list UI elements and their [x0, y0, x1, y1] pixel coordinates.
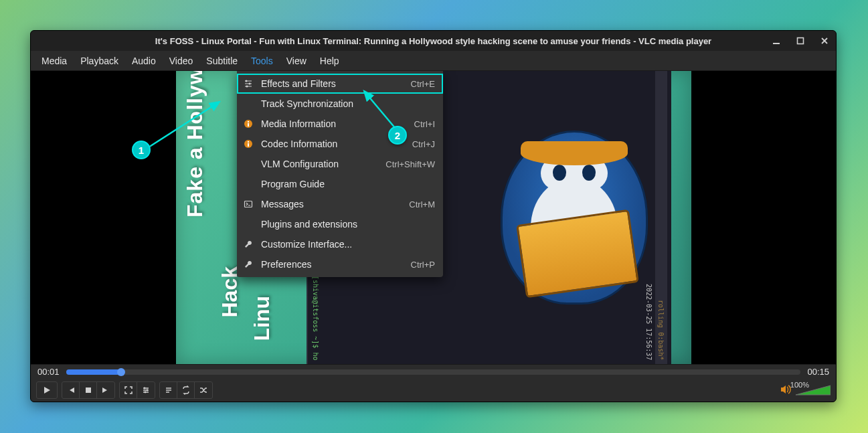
tools-menu-item-program-guide[interactable]: Program Guide — [237, 174, 443, 194]
menu-item-help[interactable]: Help — [313, 52, 346, 70]
vlc-window: It's FOSS - Linux Portal - Fun with Linu… — [30, 30, 837, 402]
close-button[interactable] — [817, 33, 832, 48]
svg-rect-1 — [798, 38, 804, 44]
svg-point-15 — [144, 387, 146, 389]
svg-rect-0 — [773, 43, 780, 44]
menu-item-label: Customize Interface... — [261, 239, 428, 250]
menu-item-shortcut: Ctrl+P — [411, 260, 435, 270]
terminal-icon — [242, 198, 254, 210]
tools-menu-item-customize-interface[interactable]: Customize Interface... — [237, 234, 443, 254]
tools-menu-item-messages[interactable]: MessagesCtrl+M — [237, 194, 443, 214]
next-button[interactable] — [97, 382, 114, 398]
svg-rect-10 — [248, 141, 249, 143]
blank-icon — [242, 218, 254, 230]
annotation-badge-2: 2 — [388, 126, 407, 145]
blank-icon — [242, 178, 254, 190]
menu-item-shortcut: Ctrl+Shift+W — [385, 159, 435, 169]
annotation-badge-1: 1 — [132, 141, 151, 159]
info-icon — [242, 138, 254, 150]
seek-row: 00:01 00:15 — [31, 364, 836, 379]
menu-item-label: Program Guide — [261, 179, 428, 189]
svg-point-3 — [249, 83, 251, 85]
controls-row: 100% — [31, 379, 836, 402]
tools-menu-item-vlm-configuration[interactable]: VLM ConfigurationCtrl+Shift+W — [237, 154, 443, 174]
loop-button[interactable] — [177, 382, 195, 398]
menu-item-label: Plugins and extensions — [261, 219, 428, 230]
video-overlay-text-3: Linu — [249, 296, 274, 341]
terminal-prompt-text: [shiva@itsfoss ~]$ ho — [312, 276, 319, 360]
previous-button[interactable] — [62, 382, 80, 398]
menu-item-tools[interactable]: Tools — [244, 52, 280, 70]
extended-settings-button[interactable] — [137, 382, 155, 398]
volume-area: 100% — [757, 384, 831, 396]
mascot-graphic — [487, 117, 661, 318]
tools-menu-item-plugins-and-extensions[interactable]: Plugins and extensions — [237, 214, 443, 234]
svg-rect-14 — [86, 387, 91, 393]
stop-button[interactable] — [80, 382, 97, 398]
total-time: 00:15 — [807, 367, 829, 377]
menu-item-label: Preferences — [261, 259, 404, 270]
info-icon — [242, 118, 254, 130]
svg-rect-7 — [248, 121, 249, 122]
menu-item-shortcut: Ctrl+M — [409, 199, 435, 209]
sliders-icon — [242, 78, 254, 90]
svg-rect-11 — [245, 201, 252, 207]
svg-point-17 — [145, 392, 147, 394]
seek-fill — [66, 369, 121, 375]
blank-icon — [242, 98, 254, 110]
svg-line-12 — [149, 102, 220, 147]
svg-rect-9 — [248, 143, 249, 147]
play-button[interactable] — [37, 382, 57, 398]
playlist-button[interactable] — [160, 382, 177, 398]
volume-slider[interactable] — [796, 384, 831, 396]
current-time: 00:01 — [37, 367, 60, 377]
svg-point-16 — [147, 389, 149, 392]
menu-item-label: Messages — [261, 199, 402, 209]
tools-menu-item-preferences[interactable]: PreferencesCtrl+P — [237, 254, 443, 274]
fullscreen-button[interactable] — [120, 382, 137, 398]
svg-point-2 — [246, 80, 248, 82]
menu-item-subtitle[interactable]: Subtitle — [199, 52, 244, 70]
wrench-icon — [242, 238, 254, 250]
blank-icon — [242, 158, 254, 170]
menu-item-video[interactable]: Video — [163, 52, 200, 70]
wrench-icon — [242, 258, 254, 270]
seek-bar[interactable] — [66, 369, 801, 375]
window-controls — [769, 31, 832, 51]
seek-knob[interactable] — [117, 368, 125, 376]
menu-item-label: VLM Configuration — [261, 159, 379, 169]
maximize-button[interactable] — [793, 33, 808, 48]
titlebar: It's FOSS - Linux Portal - Fun with Linu… — [31, 31, 836, 51]
window-title: It's FOSS - Linux Portal - Fun with Linu… — [155, 36, 711, 46]
video-area: Fake a Hollywood Hack Linu rolling 0:bas… — [31, 71, 836, 364]
menubar: MediaPlaybackAudioVideoSubtitleToolsView… — [31, 51, 836, 71]
menu-item-view[interactable]: View — [280, 52, 313, 70]
svg-point-4 — [246, 86, 248, 88]
menu-item-playback[interactable]: Playback — [74, 52, 125, 70]
menu-item-audio[interactable]: Audio — [125, 52, 163, 70]
menu-item-media[interactable]: Media — [35, 52, 74, 70]
svg-rect-6 — [248, 123, 249, 126]
minimize-button[interactable] — [769, 33, 784, 48]
shuffle-button[interactable] — [195, 382, 212, 398]
